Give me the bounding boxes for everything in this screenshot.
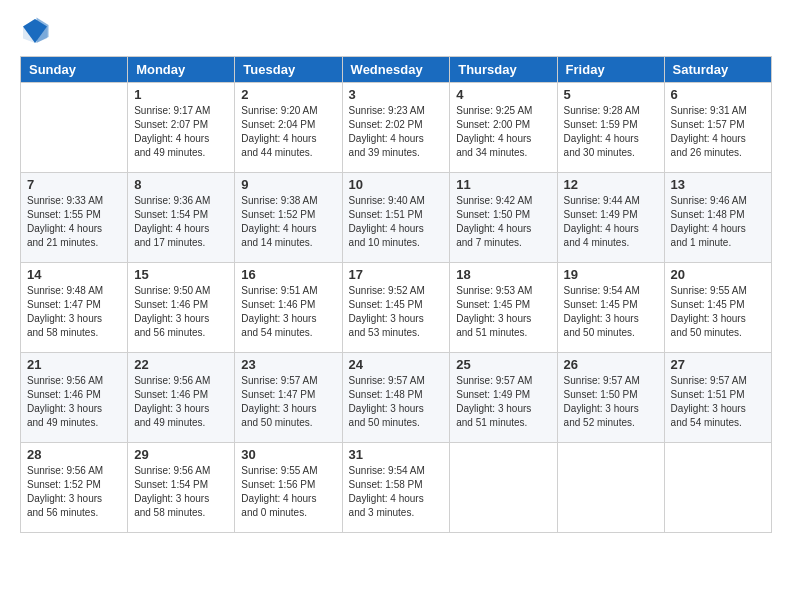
col-header-monday: Monday <box>128 57 235 83</box>
day-info: Sunrise: 9:42 AMSunset: 1:50 PMDaylight:… <box>456 194 550 250</box>
day-number: 19 <box>564 267 658 282</box>
day-number: 3 <box>349 87 444 102</box>
calendar-cell: 31Sunrise: 9:54 AMSunset: 1:58 PMDayligh… <box>342 443 450 533</box>
day-info: Sunrise: 9:57 AMSunset: 1:49 PMDaylight:… <box>456 374 550 430</box>
day-number: 8 <box>134 177 228 192</box>
calendar-page: SundayMondayTuesdayWednesdayThursdayFrid… <box>0 0 792 612</box>
calendar-cell: 28Sunrise: 9:56 AMSunset: 1:52 PMDayligh… <box>21 443 128 533</box>
calendar-cell: 12Sunrise: 9:44 AMSunset: 1:49 PMDayligh… <box>557 173 664 263</box>
day-info: Sunrise: 9:44 AMSunset: 1:49 PMDaylight:… <box>564 194 658 250</box>
calendar-cell: 3Sunrise: 9:23 AMSunset: 2:02 PMDaylight… <box>342 83 450 173</box>
calendar-cell: 29Sunrise: 9:56 AMSunset: 1:54 PMDayligh… <box>128 443 235 533</box>
day-number: 30 <box>241 447 335 462</box>
day-number: 22 <box>134 357 228 372</box>
day-number: 23 <box>241 357 335 372</box>
calendar-cell: 21Sunrise: 9:56 AMSunset: 1:46 PMDayligh… <box>21 353 128 443</box>
day-info: Sunrise: 9:23 AMSunset: 2:02 PMDaylight:… <box>349 104 444 160</box>
day-number: 21 <box>27 357 121 372</box>
day-number: 29 <box>134 447 228 462</box>
calendar-cell: 22Sunrise: 9:56 AMSunset: 1:46 PMDayligh… <box>128 353 235 443</box>
day-number: 14 <box>27 267 121 282</box>
calendar-cell: 10Sunrise: 9:40 AMSunset: 1:51 PMDayligh… <box>342 173 450 263</box>
calendar-cell: 20Sunrise: 9:55 AMSunset: 1:45 PMDayligh… <box>664 263 771 353</box>
calendar-cell: 19Sunrise: 9:54 AMSunset: 1:45 PMDayligh… <box>557 263 664 353</box>
day-info: Sunrise: 9:46 AMSunset: 1:48 PMDaylight:… <box>671 194 765 250</box>
calendar-cell: 11Sunrise: 9:42 AMSunset: 1:50 PMDayligh… <box>450 173 557 263</box>
day-info: Sunrise: 9:40 AMSunset: 1:51 PMDaylight:… <box>349 194 444 250</box>
day-number: 11 <box>456 177 550 192</box>
col-header-friday: Friday <box>557 57 664 83</box>
calendar-cell: 4Sunrise: 9:25 AMSunset: 2:00 PMDaylight… <box>450 83 557 173</box>
calendar-cell: 17Sunrise: 9:52 AMSunset: 1:45 PMDayligh… <box>342 263 450 353</box>
calendar-cell: 7Sunrise: 9:33 AMSunset: 1:55 PMDaylight… <box>21 173 128 263</box>
day-info: Sunrise: 9:51 AMSunset: 1:46 PMDaylight:… <box>241 284 335 340</box>
day-info: Sunrise: 9:17 AMSunset: 2:07 PMDaylight:… <box>134 104 228 160</box>
day-number: 27 <box>671 357 765 372</box>
day-info: Sunrise: 9:56 AMSunset: 1:54 PMDaylight:… <box>134 464 228 520</box>
day-number: 13 <box>671 177 765 192</box>
day-number: 10 <box>349 177 444 192</box>
calendar-cell: 14Sunrise: 9:48 AMSunset: 1:47 PMDayligh… <box>21 263 128 353</box>
day-info: Sunrise: 9:33 AMSunset: 1:55 PMDaylight:… <box>27 194 121 250</box>
calendar-cell <box>450 443 557 533</box>
day-info: Sunrise: 9:54 AMSunset: 1:45 PMDaylight:… <box>564 284 658 340</box>
calendar-cell <box>664 443 771 533</box>
day-info: Sunrise: 9:31 AMSunset: 1:57 PMDaylight:… <box>671 104 765 160</box>
day-number: 20 <box>671 267 765 282</box>
day-info: Sunrise: 9:52 AMSunset: 1:45 PMDaylight:… <box>349 284 444 340</box>
day-info: Sunrise: 9:36 AMSunset: 1:54 PMDaylight:… <box>134 194 228 250</box>
day-number: 1 <box>134 87 228 102</box>
calendar-cell: 8Sunrise: 9:36 AMSunset: 1:54 PMDaylight… <box>128 173 235 263</box>
logo-icon <box>20 16 50 46</box>
day-info: Sunrise: 9:57 AMSunset: 1:50 PMDaylight:… <box>564 374 658 430</box>
calendar-cell: 27Sunrise: 9:57 AMSunset: 1:51 PMDayligh… <box>664 353 771 443</box>
day-info: Sunrise: 9:57 AMSunset: 1:47 PMDaylight:… <box>241 374 335 430</box>
col-header-thursday: Thursday <box>450 57 557 83</box>
calendar-cell: 23Sunrise: 9:57 AMSunset: 1:47 PMDayligh… <box>235 353 342 443</box>
day-number: 16 <box>241 267 335 282</box>
calendar-cell: 1Sunrise: 9:17 AMSunset: 2:07 PMDaylight… <box>128 83 235 173</box>
calendar-cell: 26Sunrise: 9:57 AMSunset: 1:50 PMDayligh… <box>557 353 664 443</box>
calendar-cell: 13Sunrise: 9:46 AMSunset: 1:48 PMDayligh… <box>664 173 771 263</box>
col-header-wednesday: Wednesday <box>342 57 450 83</box>
day-number: 2 <box>241 87 335 102</box>
day-number: 7 <box>27 177 121 192</box>
col-header-sunday: Sunday <box>21 57 128 83</box>
calendar-cell: 18Sunrise: 9:53 AMSunset: 1:45 PMDayligh… <box>450 263 557 353</box>
calendar-cell: 30Sunrise: 9:55 AMSunset: 1:56 PMDayligh… <box>235 443 342 533</box>
calendar-cell: 2Sunrise: 9:20 AMSunset: 2:04 PMDaylight… <box>235 83 342 173</box>
day-number: 24 <box>349 357 444 372</box>
calendar-cell: 24Sunrise: 9:57 AMSunset: 1:48 PMDayligh… <box>342 353 450 443</box>
day-info: Sunrise: 9:50 AMSunset: 1:46 PMDaylight:… <box>134 284 228 340</box>
day-number: 15 <box>134 267 228 282</box>
calendar-cell: 5Sunrise: 9:28 AMSunset: 1:59 PMDaylight… <box>557 83 664 173</box>
day-number: 28 <box>27 447 121 462</box>
day-info: Sunrise: 9:53 AMSunset: 1:45 PMDaylight:… <box>456 284 550 340</box>
day-info: Sunrise: 9:38 AMSunset: 1:52 PMDaylight:… <box>241 194 335 250</box>
day-info: Sunrise: 9:57 AMSunset: 1:51 PMDaylight:… <box>671 374 765 430</box>
calendar-cell: 15Sunrise: 9:50 AMSunset: 1:46 PMDayligh… <box>128 263 235 353</box>
day-info: Sunrise: 9:25 AMSunset: 2:00 PMDaylight:… <box>456 104 550 160</box>
day-info: Sunrise: 9:54 AMSunset: 1:58 PMDaylight:… <box>349 464 444 520</box>
col-header-saturday: Saturday <box>664 57 771 83</box>
logo <box>20 16 54 46</box>
calendar-cell: 6Sunrise: 9:31 AMSunset: 1:57 PMDaylight… <box>664 83 771 173</box>
day-info: Sunrise: 9:55 AMSunset: 1:45 PMDaylight:… <box>671 284 765 340</box>
day-info: Sunrise: 9:28 AMSunset: 1:59 PMDaylight:… <box>564 104 658 160</box>
day-info: Sunrise: 9:56 AMSunset: 1:46 PMDaylight:… <box>27 374 121 430</box>
day-info: Sunrise: 9:48 AMSunset: 1:47 PMDaylight:… <box>27 284 121 340</box>
day-number: 17 <box>349 267 444 282</box>
calendar-cell: 25Sunrise: 9:57 AMSunset: 1:49 PMDayligh… <box>450 353 557 443</box>
calendar-cell: 16Sunrise: 9:51 AMSunset: 1:46 PMDayligh… <box>235 263 342 353</box>
day-number: 31 <box>349 447 444 462</box>
day-info: Sunrise: 9:56 AMSunset: 1:46 PMDaylight:… <box>134 374 228 430</box>
calendar-cell: 9Sunrise: 9:38 AMSunset: 1:52 PMDaylight… <box>235 173 342 263</box>
day-number: 25 <box>456 357 550 372</box>
calendar-cell <box>557 443 664 533</box>
day-info: Sunrise: 9:55 AMSunset: 1:56 PMDaylight:… <box>241 464 335 520</box>
day-info: Sunrise: 9:57 AMSunset: 1:48 PMDaylight:… <box>349 374 444 430</box>
day-number: 9 <box>241 177 335 192</box>
page-header <box>20 16 772 46</box>
calendar-table: SundayMondayTuesdayWednesdayThursdayFrid… <box>20 56 772 533</box>
day-number: 18 <box>456 267 550 282</box>
